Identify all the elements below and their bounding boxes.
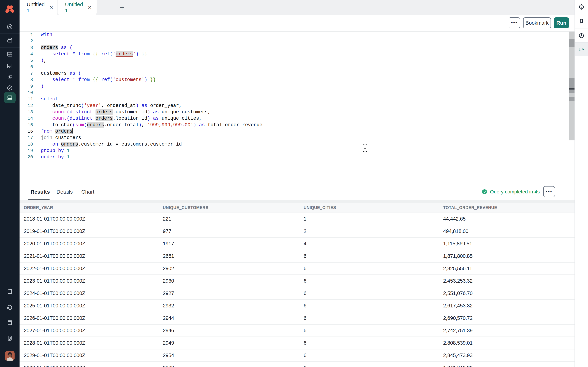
windows-icon <box>7 75 13 81</box>
sidebar-item-components[interactable] <box>0 72 19 83</box>
sidebar-item-organization[interactable] <box>0 333 19 344</box>
code-line-11[interactable]: select <box>41 96 567 102</box>
sidebar-item-support[interactable] <box>0 301 19 313</box>
code-line-6[interactable] <box>41 64 567 70</box>
run-button[interactable]: Run <box>554 17 569 28</box>
sidebar-item-changelog[interactable] <box>0 286 19 297</box>
table-cell: 2,325,556.11 <box>443 266 574 271</box>
close-icon[interactable]: ✕ <box>49 5 53 10</box>
tab-untitled-1[interactable]: Untitled 1 ✕ <box>19 0 58 15</box>
sidebar-item-home[interactable] <box>0 21 19 32</box>
code-token: ( <box>67 109 69 115</box>
divider <box>0 20 19 20</box>
new-tab-button[interactable]: + <box>118 3 126 12</box>
code-line-10[interactable] <box>41 90 567 96</box>
table-row[interactable]: 2025-01-01T00:00:00.000Z293262,617,453.3… <box>19 300 574 312</box>
rail-item-bookmarks[interactable] <box>575 14 588 29</box>
code-line-20[interactable]: order by 1 <box>41 154 567 160</box>
table-row[interactable]: 2019-01-01T00:00:00.000Z9772494,818.00 <box>19 225 574 238</box>
code-line-17[interactable]: join customers <box>41 134 567 141</box>
compass-icon <box>7 85 13 91</box>
code-line-8[interactable]: select * from {{ ref('customers') }} <box>41 77 567 83</box>
rail-item-history[interactable] <box>575 29 588 42</box>
editor-scrollbar[interactable] <box>569 32 574 141</box>
sidebar-item-apps[interactable] <box>0 49 19 60</box>
results-more-options-button[interactable]: ••• <box>543 186 555 197</box>
column-header-unique-customers[interactable]: UNIQUE_CUSTOMERS <box>163 205 303 210</box>
code-token: ( <box>78 71 81 76</box>
code-line-15[interactable]: to_char(sum(orders.order_total), '999,99… <box>41 122 567 128</box>
compass-icon <box>579 4 584 10</box>
sidebar-item-code[interactable] <box>0 60 19 72</box>
code-line-7[interactable]: customers as ( <box>41 70 567 77</box>
column-header-unique-cities[interactable]: UNIQUE_CITIES <box>303 205 443 210</box>
table-row[interactable]: 2024-01-01T00:00:00.000Z292762,551,076.7… <box>19 287 574 300</box>
table-cell: 2902 <box>163 266 303 271</box>
table-row[interactable]: 2020-01-01T00:00:00.000Z191741,115,869.5… <box>19 238 574 250</box>
code-token: as <box>61 45 67 50</box>
column-header-total-order-revenue[interactable]: TOTAL_ORDER_REVENUE <box>443 205 574 210</box>
table-cell: 2027-01-01T00:00:00.000Z <box>24 328 163 334</box>
code-token: orders <box>87 122 104 128</box>
table-row[interactable]: 2021-01-01T00:00:00.000Z266161,871,800.8… <box>19 250 574 263</box>
rail-item-explore[interactable] <box>575 0 588 14</box>
table-row[interactable]: 2030-01-01T00:00:00.000Z287961,841,049.3… <box>19 362 574 367</box>
line-number: 7 <box>19 70 33 77</box>
code-line-12[interactable]: date_trunc('year', ordered_at) as order_… <box>41 102 567 109</box>
table-row[interactable]: 2029-01-01T00:00:00.000Z295462,845,473.9… <box>19 350 574 362</box>
line-number: 8 <box>19 77 33 83</box>
table-cell: 2,551,076.70 <box>443 290 574 296</box>
code-line-4[interactable]: select * from {{ ref('orders') }} <box>41 51 567 58</box>
table-cell: 2930 <box>163 278 303 284</box>
more-options-button[interactable]: ••• <box>509 17 520 28</box>
code-line-9[interactable]: ) <box>41 83 567 90</box>
code-line-14[interactable]: count(distinct orders.location_id) as un… <box>41 115 567 122</box>
table-row[interactable]: 2028-01-01T00:00:00.000Z294962,808,539.0… <box>19 337 574 350</box>
tab-details[interactable]: Details <box>56 183 73 200</box>
avatar[interactable] <box>5 351 15 361</box>
code-line-16[interactable]: from orders <box>41 128 567 135</box>
grid-icon <box>7 51 13 58</box>
sql-editor[interactable]: 1234567891011121314151617181920 withorde… <box>19 32 574 183</box>
code-line-2[interactable] <box>41 38 567 44</box>
tab-chart[interactable]: Chart <box>81 183 94 200</box>
table-row[interactable]: 2023-01-01T00:00:00.000Z293062,453,253.3… <box>19 275 574 287</box>
code-line-18[interactable]: on orders.customer_id = customers.custom… <box>41 141 567 148</box>
code-line-3[interactable]: orders as ( <box>41 44 567 51</box>
code-area[interactable]: withorders as ( select * from {{ ref('or… <box>41 32 567 183</box>
line-number: 11 <box>19 96 33 102</box>
code-line-5[interactable]: ), <box>41 57 567 64</box>
code-token: order by <box>41 154 64 160</box>
code-line-13[interactable]: count(distinct orders.customer_id) as un… <box>41 109 567 116</box>
table-cell: 2028-01-01T00:00:00.000Z <box>24 340 163 346</box>
table-cell: 2949 <box>163 340 303 346</box>
table-body[interactable]: 2018-01-01T00:00:00.000Z221144,442.65201… <box>19 213 574 367</box>
code-token: order_year, <box>147 103 182 108</box>
code-token <box>93 116 95 121</box>
tab-label: Untitled 1 <box>27 1 45 14</box>
query-status: Query completed in 4s <box>482 183 540 200</box>
sidebar-item-terminal-active[interactable] <box>4 92 16 103</box>
tab-results[interactable]: Results <box>31 183 50 200</box>
rail-item-ai-chat[interactable] <box>575 42 588 56</box>
bookmark-button[interactable]: Bookmark <box>523 17 551 28</box>
sidebar-item-collections[interactable] <box>0 34 19 46</box>
table-row[interactable]: 2018-01-01T00:00:00.000Z221144,442.65 <box>19 213 574 225</box>
close-icon[interactable]: ✕ <box>88 5 92 10</box>
table-row[interactable]: 2022-01-01T00:00:00.000Z290262,325,556.1… <box>19 263 574 275</box>
hex-logo[interactable] <box>0 0 19 19</box>
history-clock-icon <box>579 33 584 39</box>
tab-untitled-2[interactable]: Untitled 1 ✕ <box>58 0 97 15</box>
code-token: ) <box>139 122 141 128</box>
code-line-1[interactable]: with <box>41 32 567 38</box>
code-token: distinct <box>69 116 93 121</box>
code-token: as <box>199 122 205 128</box>
table-row[interactable]: 2026-01-01T00:00:00.000Z294462,690,570.7… <box>19 312 574 325</box>
code-token: 1 <box>67 154 69 160</box>
building-icon <box>7 335 13 341</box>
sidebar-item-docs[interactable] <box>0 317 19 328</box>
code-line-19[interactable]: group by 1 <box>41 148 567 154</box>
table-cell: 6 <box>303 253 443 259</box>
column-header-order-year[interactable]: ORDER_YEAR <box>24 205 163 210</box>
table-row[interactable]: 2027-01-01T00:00:00.000Z294662,742,751.3… <box>19 325 574 337</box>
